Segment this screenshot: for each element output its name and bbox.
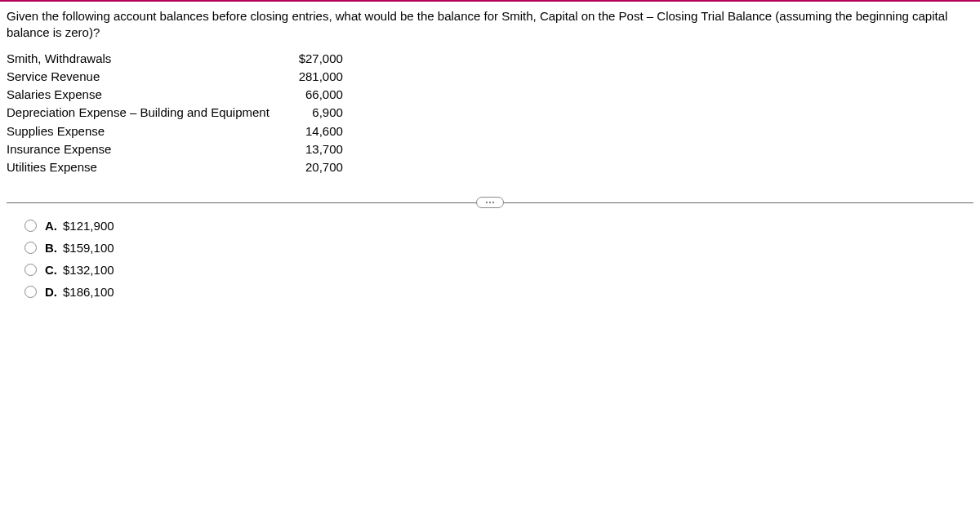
row-value: 66,000 xyxy=(289,86,343,104)
option-c[interactable]: C. $132,100 xyxy=(24,263,973,277)
radio-icon xyxy=(24,242,37,254)
option-d[interactable]: D. $186,100 xyxy=(24,285,973,299)
row-value: 281,000 xyxy=(289,68,343,86)
answer-options: A. $121,900 B. $159,100 C. $132,100 D. $… xyxy=(7,219,973,299)
question-block: Given the following account balances bef… xyxy=(0,2,980,317)
expand-button[interactable] xyxy=(476,197,504,208)
radio-icon xyxy=(24,286,37,298)
question-text: Given the following account balances bef… xyxy=(7,8,973,42)
section-divider xyxy=(7,194,973,211)
row-label: Service Revenue xyxy=(7,68,289,86)
row-label: Supplies Expense xyxy=(7,122,289,140)
table-row: Smith, Withdrawals $27,000 xyxy=(7,50,343,68)
option-letter: B. xyxy=(45,241,63,255)
option-text: $132,100 xyxy=(63,263,114,277)
table-row: Supplies Expense 14,600 xyxy=(7,122,343,140)
option-text: $159,100 xyxy=(63,241,114,255)
ellipsis-icon xyxy=(486,202,494,203)
option-text: $121,900 xyxy=(63,219,114,233)
table-row: Utilities Expense 20,700 xyxy=(7,158,343,176)
table-row: Salaries Expense 66,000 xyxy=(7,86,343,104)
row-value: 14,600 xyxy=(289,122,343,140)
option-b[interactable]: B. $159,100 xyxy=(24,241,973,255)
option-letter: C. xyxy=(45,263,63,277)
row-label: Depreciation Expense – Building and Equi… xyxy=(7,104,289,122)
row-label: Salaries Expense xyxy=(7,86,289,104)
row-label: Smith, Withdrawals xyxy=(7,50,289,68)
table-row: Depreciation Expense – Building and Equi… xyxy=(7,104,343,122)
radio-icon xyxy=(24,264,37,276)
row-value: $27,000 xyxy=(289,50,343,68)
row-value: 20,700 xyxy=(289,158,343,176)
row-label: Utilities Expense xyxy=(7,158,289,176)
account-balances-table: Smith, Withdrawals $27,000 Service Reven… xyxy=(7,50,343,177)
option-text: $186,100 xyxy=(63,285,114,299)
table-row: Service Revenue 281,000 xyxy=(7,68,343,86)
option-letter: D. xyxy=(45,285,63,299)
row-label: Insurance Expense xyxy=(7,140,289,158)
option-letter: A. xyxy=(45,219,63,233)
option-a[interactable]: A. $121,900 xyxy=(24,219,973,233)
radio-icon xyxy=(24,220,37,232)
row-value: 13,700 xyxy=(289,140,343,158)
row-value: 6,900 xyxy=(289,104,343,122)
table-row: Insurance Expense 13,700 xyxy=(7,140,343,158)
